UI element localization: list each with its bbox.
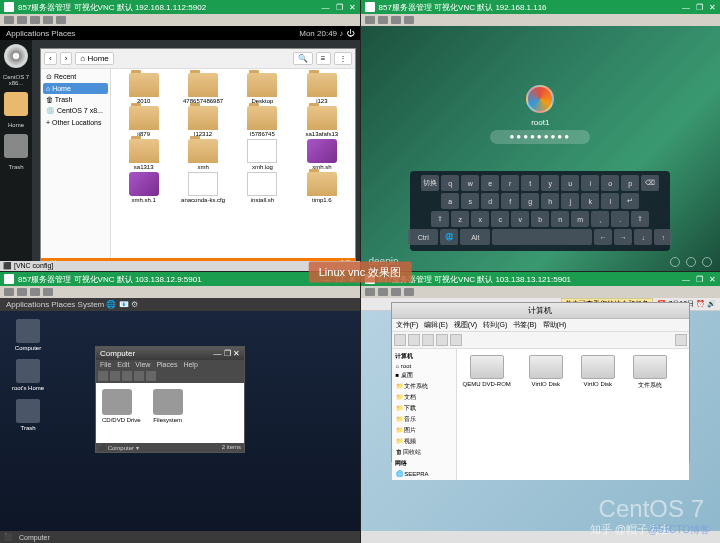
trash-icon[interactable] [4, 134, 28, 158]
mate-panel[interactable]: Applications Places System 🌐 📧 ⚙ [0, 298, 360, 311]
keyboard-key[interactable]: i [581, 175, 599, 191]
content[interactable]: QEMU DVD-ROMVirtIO DiskVirtIO Disk文件系统 [457, 349, 690, 480]
vnc-titlebar[interactable]: 857服务器管理 可视化VNC 默认 103.138.12.9:5901—❐✕ [0, 272, 360, 286]
keyboard-key[interactable]: l [601, 193, 619, 209]
keyboard-key[interactable]: b [531, 211, 549, 227]
toolbar-button[interactable] [17, 16, 27, 24]
sidebar-item[interactable]: 📁 文件系统 [394, 381, 454, 392]
file-item[interactable]: 478657486987 [174, 73, 231, 104]
window-titlebar[interactable]: Computer— ❐ ✕ [96, 347, 244, 360]
file-item[interactable]: ii879 [115, 106, 172, 137]
forward-button[interactable]: › [60, 52, 73, 65]
menu-item[interactable]: 视图(V) [454, 320, 477, 330]
sidebar-item[interactable]: 💿 CentOS 7 x8... [43, 105, 108, 117]
sidebar-item[interactable]: ⌂ root [394, 362, 454, 370]
min-icon[interactable]: — [322, 3, 330, 12]
close-icon[interactable]: ✕ [349, 3, 356, 12]
file-item[interactable]: anaconda-ks.cfg [174, 172, 231, 203]
sidebar-item[interactable]: 🗑 Trash [43, 94, 108, 105]
keyboard-key[interactable]: 切换 [421, 175, 439, 191]
file-item[interactable]: Desktop [234, 73, 291, 104]
file-item[interactable]: i123 [293, 73, 350, 104]
sidebar-item[interactable]: ■ 桌面 [394, 370, 454, 381]
close-icon[interactable]: ✕ [709, 275, 716, 284]
accessibility-icon[interactable] [686, 257, 696, 267]
taskbar[interactable]: ⬛ [VNC config] [0, 261, 360, 271]
drive-item[interactable]: 文件系统 [633, 355, 667, 390]
sidebar-item[interactable]: 📁 图片 [394, 425, 454, 436]
keyboard-key[interactable]: h [541, 193, 559, 209]
sidebar-item[interactable]: 📁 下载 [394, 403, 454, 414]
menu-item[interactable]: 帮助(H) [543, 320, 567, 330]
toolbar-button[interactable] [30, 16, 40, 24]
menu-item[interactable]: Edit [117, 361, 129, 368]
file-item[interactable]: install.sh [234, 172, 291, 203]
max-icon[interactable]: ❐ [336, 3, 343, 12]
file-item[interactable]: sa1313 [115, 139, 172, 170]
keyboard-key[interactable]: p [621, 175, 639, 191]
keyboard-key[interactable]: x [471, 211, 489, 227]
min-icon[interactable]: — [682, 275, 690, 284]
path-button[interactable]: ⌂ Home [75, 52, 113, 65]
keyboard-key[interactable]: a [441, 193, 459, 209]
keyboard-key[interactable]: , [591, 211, 609, 227]
min-icon[interactable]: — [682, 3, 690, 12]
keyboard-key[interactable]: z [451, 211, 469, 227]
gnome-topbar[interactable]: Applications PlacesMon 20:49 ♪ ⏻ [0, 26, 360, 40]
keyboard-key[interactable]: → [614, 229, 632, 245]
window-content[interactable]: CD/DVD DriveFilesystem [96, 383, 244, 443]
keyboard-key[interactable]: . [611, 211, 629, 227]
keyboard-key[interactable]: c [491, 211, 509, 227]
drive-item[interactable]: CD/DVD Drive [102, 389, 141, 437]
vnc-titlebar[interactable]: 857服务器管理 可视化VNC 默认 192.168.1.112:5902—❐✕ [0, 0, 360, 14]
keyboard-key[interactable]: ↓ [634, 229, 652, 245]
keyboard-key[interactable] [492, 229, 592, 245]
keyboard-key[interactable]: Ctrl [408, 229, 438, 245]
sidebar-item[interactable]: 📁 文档 [394, 392, 454, 403]
keyboard-key[interactable]: n [551, 211, 569, 227]
menu-item[interactable]: 书签(B) [513, 320, 536, 330]
drive-item[interactable]: Filesystem [153, 389, 183, 437]
keyboard-key[interactable]: ⇧ [431, 211, 449, 227]
keyboard-key[interactable]: u [561, 175, 579, 191]
keyboard-key[interactable]: m [571, 211, 589, 227]
sidebar-item[interactable]: ⌂ Home [43, 83, 108, 94]
keyboard-key[interactable]: t [521, 175, 539, 191]
keyboard-key[interactable]: w [461, 175, 479, 191]
toolbar-button[interactable] [56, 16, 66, 24]
keyboard-key[interactable]: o [601, 175, 619, 191]
menubar[interactable]: 文件(F)编辑(E)视图(V)转到(G)书签(B)帮助(H) [392, 319, 690, 332]
keyboard-key[interactable]: Alt [460, 229, 490, 245]
view-icon[interactable]: ≡ [316, 52, 331, 65]
menu-item[interactable]: 文件(F) [396, 320, 419, 330]
keyboard-icon[interactable] [670, 257, 680, 267]
menu-item[interactable]: Help [183, 361, 197, 368]
keyboard-key[interactable]: d [481, 193, 499, 209]
sidebar-item[interactable]: 📁 视频 [394, 436, 454, 447]
vnc-titlebar[interactable]: 857服务器管理 可视化VNC 默认 192.168.1.116—❐✕ [361, 0, 721, 14]
keyboard-key[interactable]: e [481, 175, 499, 191]
search-icon[interactable]: 🔍 [293, 52, 313, 65]
keyboard-key[interactable]: ← [594, 229, 612, 245]
power-icon[interactable] [702, 257, 712, 267]
toolbar-button[interactable] [4, 16, 14, 24]
file-item[interactable]: timp1.6 [293, 172, 350, 203]
back-button[interactable]: ‹ [44, 52, 57, 65]
keyboard-key[interactable]: k [581, 193, 599, 209]
keyboard-key[interactable]: q [441, 175, 459, 191]
keyboard-key[interactable]: ⇧ [631, 211, 649, 227]
sidebar-item[interactable]: 🗑 回收站 [394, 447, 454, 458]
keyboard-key[interactable]: g [521, 193, 539, 209]
desktop-icon[interactable]: Computer [8, 319, 48, 351]
keyboard-key[interactable]: ⌫ [641, 175, 659, 191]
taskbar-item[interactable]: Computer [19, 534, 50, 541]
menu-item[interactable]: File [100, 361, 111, 368]
sidebar-item[interactable]: 📁 音乐 [394, 414, 454, 425]
keyboard-key[interactable]: 🌐 [440, 229, 458, 245]
drive-item[interactable]: VirtIO Disk [529, 355, 563, 387]
file-item[interactable]: sa13afafs13 [293, 106, 350, 137]
keyboard-key[interactable]: f [501, 193, 519, 209]
toolbar-button[interactable] [43, 16, 53, 24]
drive-item[interactable]: QEMU DVD-ROM [463, 355, 511, 387]
close-icon[interactable]: ✕ [709, 3, 716, 12]
